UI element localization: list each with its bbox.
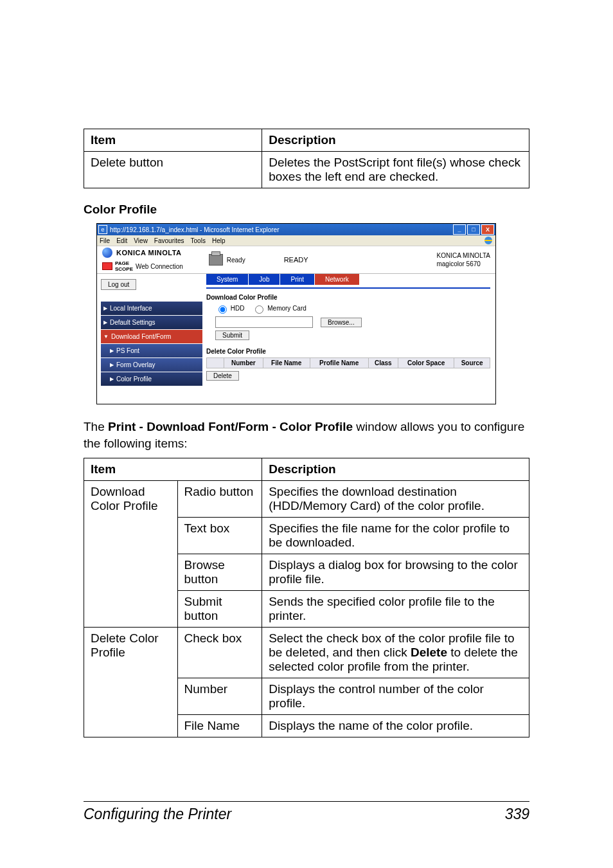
section-heading: Color Profile (84, 203, 529, 217)
sidebar-item-label: Local Interface (110, 305, 152, 312)
brand-name: KONICA MINOLTA (116, 249, 182, 257)
chevron-right-icon: ▶ (110, 376, 114, 382)
control-cell: Browse button (177, 554, 262, 591)
delete-profile-table: Number File Name Profile Name Class Colo… (206, 357, 490, 368)
menu-edit[interactable]: Edit (116, 237, 127, 244)
sidebar-item-download-font-form[interactable]: ▼Download Font/Form (101, 330, 202, 343)
table-row: Delete button Deletes the PostScript fon… (84, 152, 529, 188)
menu-favourites[interactable]: Favourites (154, 237, 184, 244)
control-cell: Submit button (177, 591, 262, 628)
intro-bold: Print - Download Font/Form - Color Profi… (108, 420, 353, 433)
th-item: Item (84, 458, 262, 481)
sidebar-item-label: Form Overlay (116, 361, 155, 368)
main-panel: System Job Print Network Download Color … (206, 274, 495, 405)
globe-icon (102, 248, 112, 258)
sidebar-item-label: PS Font (116, 347, 139, 354)
sidebar: Log out ▶Local Interface ▶Default Settin… (97, 274, 206, 405)
minimize-button[interactable]: _ (453, 224, 466, 235)
logout-button[interactable]: Log out (101, 279, 136, 290)
maximize-button[interactable]: □ (467, 224, 480, 235)
col-color-space: Color Space (398, 358, 454, 368)
tab-print[interactable]: Print (280, 274, 314, 285)
pagescope-icon (102, 262, 112, 270)
control-cell: Check box (177, 628, 262, 678)
table-row: Delete Color Profile Check box Select th… (84, 628, 529, 678)
tab-system[interactable]: System (206, 274, 248, 285)
download-color-profile-heading: Download Color Profile (206, 294, 490, 301)
desc-cell: Displays a dialog box for browsing to th… (262, 554, 529, 591)
th-desc: Description (262, 129, 529, 152)
group-cell: Delete Color Profile (84, 628, 178, 737)
sidebar-item-label: Default Settings (110, 319, 155, 326)
sidebar-item-default-settings[interactable]: ▶Default Settings (101, 316, 202, 329)
hdd-radio-label: HDD (231, 305, 245, 312)
chevron-right-icon: ▶ (110, 362, 114, 368)
control-cell: File Name (177, 715, 262, 737)
col-file-name: File Name (263, 358, 310, 368)
browser-menubar: File Edit View Favourites Tools Help (97, 235, 495, 246)
menu-file[interactable]: File (100, 237, 110, 244)
file-path-textbox[interactable] (215, 316, 313, 328)
desc-cell: Deletes the PostScript font file(s) whos… (262, 152, 529, 188)
control-cell: Text box (177, 518, 262, 554)
col-source: Source (454, 358, 490, 368)
ie-icon: e (98, 225, 107, 234)
embedded-screenshot: e http://192.168.1.7/a_index.html - Micr… (96, 223, 496, 404)
footer-title: Configuring the Printer (84, 806, 231, 823)
control-cell: Radio button (177, 481, 262, 518)
menu-view[interactable]: View (134, 237, 148, 244)
config-table: Item Description Download Color Profile … (84, 458, 529, 737)
pagescope-label: Web Connection (136, 263, 183, 270)
delete-color-profile-heading: Delete Color Profile (206, 348, 490, 355)
group-cell: Download Color Profile (84, 481, 178, 628)
memory-card-radio-label: Memory Card (267, 305, 306, 312)
sidebar-item-color-profile[interactable]: ▶Color Profile (101, 372, 202, 386)
chevron-right-icon: ▶ (103, 320, 107, 325)
item-cell: Delete button (84, 152, 262, 188)
sidebar-item-local-interface[interactable]: ▶Local Interface (101, 302, 202, 315)
delete-button[interactable]: Delete (206, 371, 239, 381)
table-row: Download Color Profile Radio button Spec… (84, 481, 529, 518)
ready-status: READY (284, 256, 308, 264)
close-button[interactable]: X (481, 224, 494, 235)
window-titlebar: e http://192.168.1.7/a_index.html - Micr… (97, 224, 495, 235)
ready-icon-label: Ready (227, 257, 245, 264)
desc-cell: Specifies the download destination (HDD/… (262, 481, 529, 518)
sidebar-item-ps-font[interactable]: ▶PS Font (101, 344, 202, 357)
intro-pre: The (84, 420, 108, 433)
col-profile-name: Profile Name (310, 358, 368, 368)
page-footer: Configuring the Printer 339 (84, 801, 529, 823)
th-item: Item (84, 129, 262, 152)
sidebar-item-label: Color Profile (116, 375, 152, 383)
desc-cell: Sends the specified color profile file t… (262, 591, 529, 628)
browse-button[interactable]: Browse... (321, 318, 362, 327)
submit-button[interactable]: Submit (215, 330, 249, 340)
ie-logo-icon (484, 236, 493, 245)
window-title: http://192.168.1.7/a_index.html - Micros… (110, 226, 279, 233)
checkbox-col (207, 358, 224, 368)
sidebar-item-label: Download Font/Form (111, 333, 171, 340)
col-class: Class (368, 358, 398, 368)
header-model: magicolor 5670 (436, 260, 490, 268)
desc-cell: Select the check box of the color profil… (262, 628, 529, 678)
top-table: Item Description Delete button Deletes t… (84, 129, 529, 188)
chevron-down-icon: ▼ (103, 334, 109, 339)
memory-card-radio[interactable]: Memory Card (252, 303, 306, 314)
control-cell: Number (177, 678, 262, 715)
tab-network[interactable]: Network (315, 274, 359, 285)
sidebar-item-form-overlay[interactable]: ▶Form Overlay (101, 358, 202, 372)
desc-cell: Displays the control number of the color… (262, 678, 529, 715)
menu-tools[interactable]: Tools (191, 237, 206, 244)
page-number: 339 (505, 806, 529, 823)
desc-cell: Displays the name of the color profile. (262, 715, 529, 737)
app-header: KONICA MINOLTA PAGESCOPE Web Connection … (97, 246, 495, 274)
intro-paragraph: The Print - Download Font/Form - Color P… (84, 419, 529, 451)
desc-cell: Specifies the file name for the color pr… (262, 518, 529, 554)
hdd-radio[interactable]: HDD (215, 303, 244, 314)
tab-job[interactable]: Job (249, 274, 280, 285)
chevron-right-icon: ▶ (103, 305, 107, 311)
th-desc: Description (262, 458, 529, 481)
menu-help[interactable]: Help (212, 237, 226, 244)
col-number: Number (224, 358, 263, 368)
printer-icon (209, 254, 223, 266)
